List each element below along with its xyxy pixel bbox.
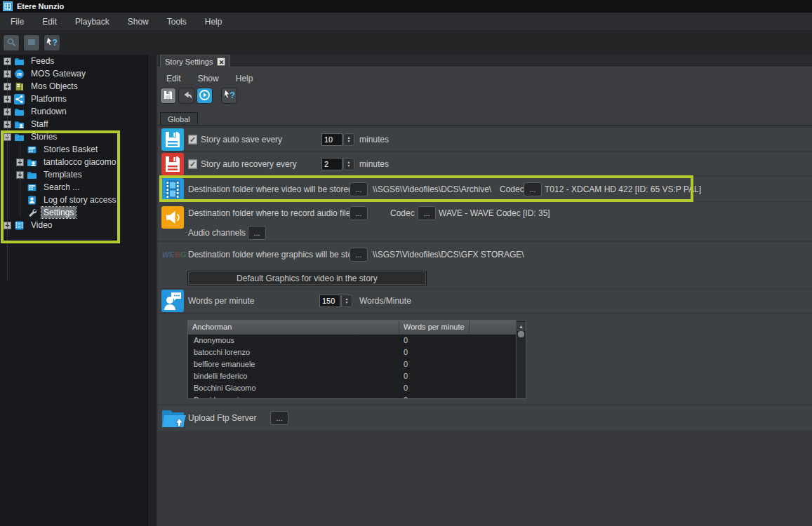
app-icon bbox=[3, 1, 13, 11]
graphics-destination-browse-button[interactable]: ... bbox=[350, 248, 368, 262]
menu-help[interactable]: Help bbox=[196, 14, 232, 29]
sidebar-item-rundown[interactable]: +Rundown bbox=[0, 105, 147, 118]
folder-icon bbox=[27, 170, 37, 180]
auto-save-checkbox[interactable]: ✓ bbox=[188, 135, 197, 144]
sidebar-item-label: Video bbox=[29, 220, 54, 231]
anchorman-name-cell: Anonymous bbox=[188, 335, 399, 346]
menu-edit[interactable]: Edit bbox=[33, 14, 66, 29]
wpm-value-input[interactable]: 150 bbox=[319, 295, 340, 307]
table-column-header[interactable]: Words per minute bbox=[399, 321, 470, 335]
panel-menu-help[interactable]: Help bbox=[227, 72, 262, 85]
anchorman-name-cell: belfiore emanuele bbox=[188, 358, 399, 370]
anchorman-name-cell: batocchi lorenzo bbox=[188, 346, 399, 358]
sidebar-item-stories[interactable]: −Stories bbox=[0, 130, 147, 143]
scrollbar-thumb[interactable] bbox=[518, 331, 524, 337]
table-row[interactable]: Bocchini Giacomo0 bbox=[188, 382, 526, 394]
table-body: Anonymous0batocchi lorenzo0belfiore eman… bbox=[188, 335, 526, 399]
auto-recovery-checkbox[interactable]: ✓ bbox=[188, 159, 197, 168]
sidebar-item-mos-gateway[interactable]: +mMOS Gateway bbox=[0, 67, 147, 80]
film-icon bbox=[14, 220, 25, 231]
table-row[interactable]: bindelli federico0 bbox=[188, 370, 526, 382]
grid-icon bbox=[27, 182, 37, 193]
wpm-value-cell: 0 bbox=[399, 358, 470, 370]
row-graphics-destination: WEBG Destination folder where graphics w… bbox=[158, 242, 812, 288]
panel-help-button[interactable]: ? bbox=[221, 88, 237, 104]
spinner-arrows[interactable]: ▲▼ bbox=[343, 158, 354, 170]
context-help-button[interactable]: ? bbox=[44, 34, 60, 51]
sidebar-item-staff[interactable]: +Staff bbox=[0, 118, 147, 130]
panel-menu-edit[interactable]: Edit bbox=[158, 72, 189, 85]
wpm-unit: Words/Minute bbox=[359, 296, 411, 306]
audio-channels-browse-button[interactable]: ... bbox=[248, 226, 266, 240]
help-cursor-icon: ? bbox=[46, 36, 58, 50]
auto-recovery-value-input[interactable]: 2 bbox=[321, 158, 342, 170]
sidebar-item-mos-objects[interactable]: +Mos Objects bbox=[0, 80, 147, 93]
table-row[interactable]: belfiore emanuele0 bbox=[188, 358, 526, 370]
spin-down-icon[interactable]: ▼ bbox=[347, 140, 351, 143]
ftp-browse-button[interactable]: ... bbox=[270, 411, 288, 425]
default-graphics-button[interactable]: Default Graphics for video in the story bbox=[187, 271, 427, 285]
sidebar-scrollbar[interactable] bbox=[147, 55, 157, 526]
wpm-value-cell: 0 bbox=[399, 370, 470, 382]
table-header: AnchormanWords per minute bbox=[188, 321, 526, 335]
auto-recovery-spinner: 2 ▲▼ bbox=[321, 158, 354, 170]
row-audio-destination: Destination folder where to record audio… bbox=[158, 202, 812, 241]
wpm-spinner: 150 ▲▼ bbox=[319, 295, 352, 307]
scroll-down-icon[interactable]: ▼ bbox=[526, 389, 526, 398]
ftp-label: Upload Ftp Server bbox=[188, 413, 256, 423]
spinner-arrows[interactable]: ▲▼ bbox=[341, 295, 352, 307]
spin-down-icon[interactable]: ▼ bbox=[347, 164, 351, 168]
table-scrollbar[interactable]: ▲ ▼ bbox=[516, 321, 526, 398]
table-row[interactable]: Anonymous0 bbox=[188, 335, 526, 346]
speaker-icon bbox=[161, 206, 184, 229]
sidebar-item-label: Search ... bbox=[41, 182, 81, 193]
sidebar-item-settings[interactable]: +Settings bbox=[0, 206, 147, 219]
share-icon bbox=[14, 94, 25, 104]
run-button[interactable] bbox=[197, 88, 213, 104]
auto-save-value-input[interactable]: 10 bbox=[321, 133, 342, 146]
wpm-value-cell: 0 bbox=[399, 382, 470, 394]
sidebar-item-log-of-story-access[interactable]: +Log of story access bbox=[0, 194, 147, 206]
sidebar-item-search[interactable]: +Search ... bbox=[0, 181, 147, 194]
toolbar-disabled-button-2[interactable] bbox=[23, 34, 40, 51]
menu-playback[interactable]: Playback bbox=[66, 14, 119, 29]
audio-destination-browse-button[interactable]: ... bbox=[350, 206, 368, 220]
table-column-header[interactable]: Anchorman bbox=[188, 321, 399, 335]
save-button[interactable] bbox=[160, 88, 176, 104]
menu-tools[interactable]: Tools bbox=[158, 14, 196, 29]
upload-folder-icon bbox=[161, 407, 186, 429]
tab-strip: Story Settings ✕ bbox=[158, 55, 812, 67]
table-row[interactable]: Provideo vari0 bbox=[188, 394, 526, 399]
sidebar-item-video[interactable]: +Video bbox=[0, 219, 147, 231]
panel-menu-show[interactable]: Show bbox=[189, 72, 227, 85]
tab-close-icon[interactable]: ✕ bbox=[217, 58, 225, 66]
toolbar-disabled-button-1[interactable] bbox=[3, 34, 20, 51]
graphics-destination-path: \\SGS7\Videofiles\DCS\GFX STORAGE\ bbox=[373, 250, 524, 259]
menu-show[interactable]: Show bbox=[119, 14, 158, 29]
tab-story-settings[interactable]: Story Settings ✕ bbox=[160, 55, 230, 67]
row-upload-ftp: Upload Ftp Server ... bbox=[158, 405, 812, 431]
menu-file[interactable]: File bbox=[1, 14, 33, 29]
tree-guide-line bbox=[20, 137, 20, 216]
undo-button[interactable] bbox=[178, 88, 194, 104]
video-destination-browse-button[interactable]: ... bbox=[350, 182, 368, 196]
scroll-up-icon[interactable]: ▲ bbox=[517, 322, 526, 331]
sidebar-item-platforms[interactable]: +Platforms bbox=[0, 93, 147, 105]
sidebar-item-label: Staff bbox=[29, 119, 50, 130]
table-column-header[interactable] bbox=[470, 321, 507, 335]
audio-codec-browse-button[interactable]: ... bbox=[418, 206, 436, 220]
sidebar-item-feeds[interactable]: +Feeds bbox=[0, 55, 147, 67]
sidebar-item-templates[interactable]: +Templates bbox=[0, 168, 147, 181]
table-row[interactable]: batocchi lorenzo0 bbox=[188, 346, 526, 358]
anchorman-name-cell: Provideo vari bbox=[188, 394, 399, 399]
sidebar-item-stories-basket[interactable]: +Stories Basket bbox=[0, 143, 147, 156]
tab-global[interactable]: Global bbox=[160, 112, 198, 126]
video-codec-browse-button[interactable]: ... bbox=[524, 182, 542, 196]
spinner-arrows[interactable]: ▲▼ bbox=[343, 133, 354, 146]
main-toolbar: ? bbox=[0, 31, 812, 55]
sidebar-item-tantalocco-giacomo[interactable]: +tantalocco giacomo bbox=[0, 156, 147, 168]
sidebar-item-label: Rundown bbox=[29, 106, 69, 117]
row-anchorman-table: AnchormanWords per minute Anonymous0bato… bbox=[158, 314, 812, 404]
anchorman-speech-icon bbox=[161, 290, 184, 312]
spin-down-icon[interactable]: ▼ bbox=[345, 301, 349, 304]
